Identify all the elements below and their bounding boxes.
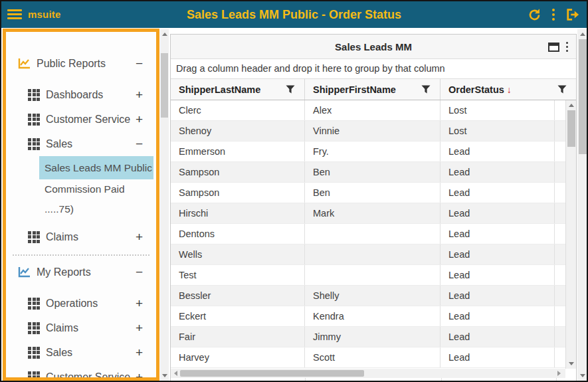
cell-order-status: Lead [441, 203, 555, 223]
scroll-up-button[interactable] [566, 102, 577, 109]
cell-first-name: Alex [305, 100, 441, 120]
table-vertical-scrollbar[interactable] [565, 100, 576, 369]
page-scrollbar[interactable] [577, 29, 588, 381]
scroll-down-button[interactable] [566, 360, 577, 367]
table-header-row: ShipperLastName ShipperFirstName OrderSt… [171, 79, 576, 100]
cell-last-name: Test [171, 265, 305, 285]
column-label: ShipperFirstName [313, 84, 396, 95]
expand-toggle[interactable]: + [136, 371, 143, 381]
sidebar-item-dashboards[interactable]: Dashboards + [6, 82, 156, 107]
report-panel-header: Sales Leads MM [171, 35, 576, 59]
sidebar-item-commission-paid[interactable]: Commission Paid [6, 179, 156, 199]
category-label: Claims [46, 322, 78, 334]
cell-last-name: Sampson [171, 183, 305, 203]
sort-desc-icon: ↓ [507, 84, 512, 95]
sidebar-item-operations[interactable]: Operations + [6, 291, 156, 316]
sidebar-item-claims[interactable]: Claims + [6, 225, 156, 249]
table-row[interactable]: Wells Lead [171, 244, 576, 265]
cell-first-name: Shelly [305, 286, 441, 306]
sidebar-section-public-reports[interactable]: Public Reports − [6, 51, 156, 76]
scroll-left-button[interactable] [172, 369, 179, 378]
expand-toggle[interactable]: + [136, 346, 143, 359]
clipped-table-row [171, 378, 565, 381]
sidebar-item-my-sales[interactable]: Sales + [6, 340, 156, 365]
cell-first-name: Mark [305, 203, 441, 223]
category-label: Sales [46, 347, 72, 359]
column-label: OrderStatus [448, 84, 504, 95]
expand-toggle[interactable]: + [136, 297, 143, 310]
expand-toggle[interactable]: + [136, 322, 143, 334]
category-grid-icon [28, 322, 40, 334]
category-grid-icon [28, 347, 40, 359]
sidebar-item-sales-leads-mm-public[interactable]: Sales Leads MM Public [39, 156, 153, 179]
expand-toggle[interactable]: + [136, 231, 143, 243]
table-horizontal-scrollbar[interactable] [171, 369, 565, 378]
category-grid-icon [28, 298, 40, 310]
category-label: Sales [46, 138, 72, 150]
table-row[interactable]: Shenoy Vinnie Lost [171, 121, 576, 142]
table-row[interactable]: Clerc Alex Lost [171, 100, 576, 121]
cell-first-name: Fry. [305, 142, 441, 161]
filter-icon[interactable] [286, 85, 295, 96]
collapse-toggle[interactable]: − [136, 57, 143, 70]
sidebar-section-my-reports[interactable]: My Reports − [6, 260, 156, 284]
public-reports-icon [18, 58, 31, 69]
cell-last-name: Dentons [171, 224, 305, 244]
table-row[interactable]: Sampson Ben Lead [171, 162, 576, 183]
sidebar-item-my-customer-service[interactable]: Customer Service + [6, 365, 156, 381]
scroll-right-button[interactable] [555, 369, 563, 378]
cell-last-name: Fair [171, 327, 305, 347]
scrollbar-thumb[interactable] [180, 370, 364, 377]
expand-toggle[interactable]: + [136, 88, 143, 101]
table-row[interactable]: Harvey Scott Lead [171, 347, 576, 368]
cell-last-name: Bessler [171, 286, 305, 306]
category-label: Customer Service [46, 114, 130, 126]
cell-first-name: Ben [305, 162, 441, 182]
table-row[interactable]: Test Lead [171, 265, 576, 286]
table-row[interactable]: Sampson Ben Lead [171, 183, 576, 203]
scroll-up-button[interactable] [577, 31, 588, 38]
category-grid-icon [28, 231, 40, 243]
sidebar-item-sales[interactable]: Sales − [6, 132, 156, 156]
scroll-up-button[interactable] [160, 31, 169, 38]
table-row[interactable]: Emmerson Fry. Lead [171, 142, 576, 162]
sidebar-item-customer-service[interactable]: Customer Service + [6, 107, 156, 132]
refresh-icon[interactable] [528, 8, 541, 22]
sidebar-item-my-claims[interactable]: Claims + [6, 316, 156, 340]
sidebar-scrollbar[interactable] [160, 29, 169, 381]
table-row[interactable]: Hirschi Mark Lead [171, 203, 576, 224]
cell-order-status: Lead [441, 183, 555, 203]
scrollbar-thumb[interactable] [579, 39, 587, 154]
category-label: Customer Service [46, 371, 130, 381]
filter-icon[interactable] [421, 85, 431, 96]
table-row[interactable]: Dentons Lead [171, 224, 576, 244]
table-row[interactable]: Bessler Shelly Lead [171, 286, 576, 306]
group-by-dropzone[interactable]: Drag a column header and drop it here to… [171, 59, 576, 79]
column-header-orderstatus[interactable]: OrderStatus ↓ [441, 79, 576, 100]
cell-order-status: Lead [441, 347, 555, 367]
page-title: Sales Leads MM Public - Order Status [1, 1, 587, 28]
filter-icon[interactable] [557, 85, 567, 96]
my-reports-icon [18, 266, 31, 278]
overflow-menu-icon[interactable] [552, 9, 555, 21]
cell-last-name: Eckert [171, 306, 305, 326]
panel-overflow-icon[interactable] [566, 42, 568, 52]
cell-last-name: Sampson [171, 162, 305, 182]
expand-toggle[interactable]: + [136, 113, 143, 126]
scroll-down-button[interactable] [577, 372, 588, 379]
table-row[interactable]: Fair Jimmy Lead [171, 327, 576, 347]
column-header-shipperlastname[interactable]: ShipperLastName [171, 79, 305, 100]
logout-icon[interactable] [565, 8, 580, 21]
scrollbar-thumb[interactable] [567, 110, 575, 147]
scroll-down-button[interactable] [160, 372, 169, 379]
table-row[interactable]: Eckert Kendra Lead [171, 306, 576, 327]
maximize-window-icon[interactable] [548, 43, 559, 52]
sidebar-item-commission-paid-line2[interactable]: .....75) [6, 199, 156, 219]
scrollbar-thumb[interactable] [161, 53, 168, 118]
cell-first-name: Vinnie [305, 121, 441, 141]
cell-first-name: Kendra [305, 306, 441, 326]
collapse-toggle[interactable]: − [136, 266, 143, 278]
collapse-toggle[interactable]: − [136, 138, 143, 150]
report-panel: Sales Leads MM Drag a column header and … [170, 34, 577, 381]
column-header-shipperfirstname[interactable]: ShipperFirstName [305, 79, 441, 100]
